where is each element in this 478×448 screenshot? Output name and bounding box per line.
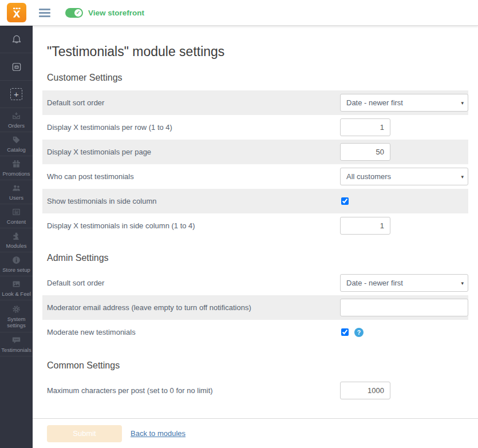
promotions-icon [11,159,21,169]
content-icon [11,207,21,217]
view-storefront-label[interactable]: View storefront [88,9,144,17]
setting-row-moderate-new: Moderate new testimonials [42,320,468,344]
sidebar-item-system-settings[interactable]: System settings [0,300,33,332]
sidebar: Orders Catalog Promotions [0,26,33,448]
page-title: "Testimonials" module settings [47,43,468,60]
sidebar-item-label: Content [7,219,26,225]
sidebar-item-label: Users [9,195,23,201]
orders-icon [11,111,21,121]
default-sort-order-select[interactable]: Date - newer first [340,94,468,112]
setting-label: Maximum characters per post (set to 0 fo… [42,386,340,395]
testimonials-per-row-input[interactable] [340,118,390,136]
sidebar-item-notifications[interactable] [0,26,33,53]
moderator-email-input[interactable] [340,299,468,316]
form-footer: Submit Back to modules [33,418,478,448]
system-settings-icon [11,304,21,314]
check-icon [74,9,82,17]
sidebar-item-label: Look & Feel [2,291,31,297]
topbar: View storefront [0,0,478,26]
max-characters-input[interactable] [340,382,390,399]
setting-label: Moderate new testimonials [42,328,340,336]
setting-row-side-column-count: Display X testimonials in side column (1… [42,213,468,238]
side-column-count-input[interactable] [340,217,390,235]
main-area: "Testimonials" module settings Customer … [33,26,478,448]
sidebar-item-label: System settings [1,316,32,328]
setting-row-default-sort-admin: Default sort order Date - newer first [42,271,468,295]
sidebar-item-label: Promotions [2,171,30,177]
catalog-icon [11,135,21,145]
store-setup-icon [11,255,21,265]
setting-row-per-row: Display X testimonials per row (1 to 4) [42,115,468,140]
x-cart-logo-glyph [10,6,23,19]
settings-page: "Testimonials" module settings Customer … [33,26,478,418]
setting-label: Who can post testimonials [42,172,340,181]
setting-row-per-page: Display X testimonials per page [42,140,468,164]
testimonials-per-page-input[interactable] [340,143,390,161]
sidebar-item-testimonials[interactable]: Testimonials [0,332,33,356]
bell-icon [11,34,22,45]
setting-row-max-characters: Maximum characters per post (set to 0 fo… [42,378,468,403]
help-icon[interactable] [354,328,364,337]
storefront-box-icon [11,61,22,73]
sidebar-item-orders[interactable]: Orders [0,108,33,132]
setting-row-moderator-email: Moderator email address (leave empty to … [42,295,468,320]
submit-button[interactable]: Submit [47,425,122,442]
setting-label: Display X testimonials per page [42,148,340,156]
menu-hamburger-icon[interactable] [37,5,53,21]
sidebar-item-label: Store setup [2,267,30,273]
chevron-down-icon: Date - newer first [340,94,468,112]
sidebar-item-label: Testimonials [1,347,31,353]
moderate-new-checkbox[interactable] [341,328,349,336]
who-can-post-select[interactable]: All customers [340,168,468,185]
sidebar-item-storefront[interactable] [0,53,33,81]
setting-row-side-column: Show testimonials in side column [42,189,468,213]
setting-label: Show testimonials in side column [42,197,340,205]
setting-row-who-can-post: Who can post testimonials All customers [42,164,468,189]
section-heading-customer: Customer Settings [47,73,468,83]
sidebar-item-look-feel[interactable]: Look & Feel [0,276,33,300]
add-icon [10,88,22,100]
setting-row-default-sort-customer: Default sort order Date - newer first [42,90,468,115]
setting-label: Default sort order [42,279,340,287]
testimonials-icon [11,335,21,345]
sidebar-item-store-setup[interactable]: Store setup [0,252,33,276]
users-icon [11,183,21,193]
x-cart-logo[interactable] [7,3,26,22]
chevron-down-icon: Date - newer first [340,274,468,292]
back-to-modules-link[interactable]: Back to modules [131,429,185,438]
storefront-toggle[interactable] [65,8,83,18]
sidebar-item-label: Catalog [7,146,26,153]
view-storefront-link[interactable]: View storefront [65,8,144,18]
section-heading-admin: Admin Settings [47,253,468,263]
sidebar-item-users[interactable]: Users [0,180,33,204]
sidebar-item-modules[interactable]: Modules [0,228,33,252]
show-side-column-checkbox[interactable] [341,197,349,205]
sidebar-item-label: Modules [6,243,27,249]
setting-label: Default sort order [42,98,340,107]
sidebar-item-catalog[interactable]: Catalog [0,132,33,156]
sidebar-item-promotions[interactable]: Promotions [0,156,33,180]
sidebar-item-label: Orders [8,122,25,129]
sidebar-item-add-new[interactable] [0,81,33,108]
section-heading-common: Common Settings [47,360,468,371]
modules-icon [11,231,21,241]
sidebar-item-content[interactable]: Content [0,204,33,228]
setting-label: Display X testimonials in side column (1… [42,221,340,230]
admin-sort-order-select[interactable]: Date - newer first [340,274,468,292]
setting-label: Moderator email address (leave empty to … [42,303,340,312]
chevron-down-icon: All customers [340,168,468,185]
look-feel-icon [11,279,21,289]
setting-label: Display X testimonials per row (1 to 4) [42,123,340,132]
